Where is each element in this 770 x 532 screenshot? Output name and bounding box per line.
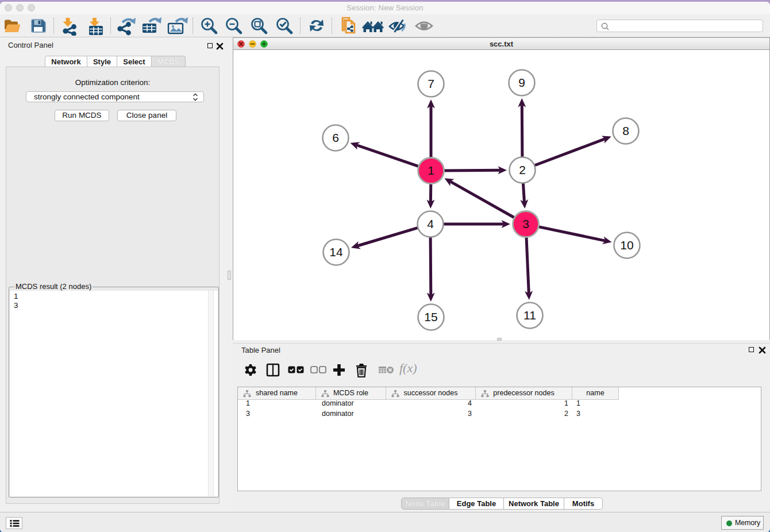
svg-text:3: 3 [522, 217, 529, 230]
svg-text:6: 6 [332, 131, 339, 144]
svg-text:10: 10 [620, 238, 633, 252]
svg-text:1: 1 [428, 164, 434, 177]
svg-text:4: 4 [427, 217, 434, 230]
svg-text:7: 7 [428, 77, 434, 90]
svg-text:11: 11 [523, 309, 536, 322]
svg-text:15: 15 [424, 310, 437, 323]
svg-text:14: 14 [329, 245, 343, 259]
svg-text:8: 8 [622, 124, 629, 137]
svg-text:2: 2 [519, 163, 526, 176]
svg-text:9: 9 [518, 76, 525, 89]
